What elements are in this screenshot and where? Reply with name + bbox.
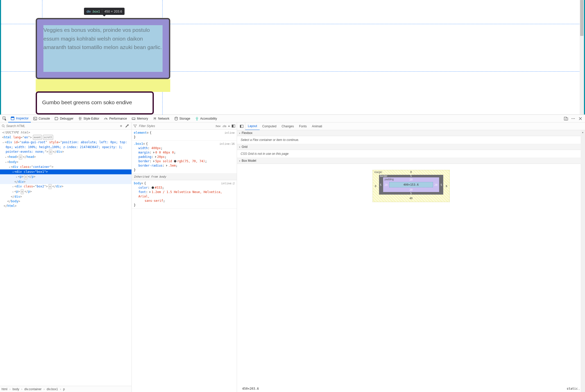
boxmodel-section-header[interactable]: Box Model — [237, 158, 585, 164]
memory-icon — [131, 117, 136, 121]
close-devtools-button[interactable] — [577, 115, 584, 122]
inspector-tooltip: div.box1 450 × 203.6 — [84, 8, 125, 15]
filter-styles-input[interactable] — [138, 124, 214, 128]
tab-accessibility[interactable]: Accessibility — [193, 115, 219, 122]
tab-style-editor[interactable]: Style Editor — [76, 115, 101, 122]
devtools-panel: Inspector Console Debugger Style Editor … — [0, 114, 585, 392]
layout-tab-animations[interactable]: Animati — [309, 122, 325, 130]
inspected-box1[interactable]: Veggies es bonus vobis, proinde vos post… — [36, 18, 170, 79]
breadcrumb[interactable]: html› body› div.container› div.box1› p — [0, 386, 131, 392]
svg-point-5 — [175, 117, 177, 118]
scroll-up-icon[interactable]: ▴ — [581, 130, 585, 135]
pick-element-button[interactable] — [1, 115, 8, 122]
tab-debugger[interactable]: Debugger — [52, 115, 76, 122]
network-icon — [153, 117, 157, 121]
tab-console[interactable]: Console — [31, 115, 52, 122]
devtools-toolbar: Inspector Console Debugger Style Editor … — [0, 115, 585, 122]
layout-tab-fonts[interactable]: Fonts — [296, 122, 309, 130]
color-swatch[interactable] — [174, 160, 176, 162]
hov-toggle[interactable]: :hov — [215, 125, 221, 128]
tab-inspector[interactable]: Inspector — [8, 115, 31, 122]
inspector-icon — [11, 116, 15, 120]
selector-target-icon[interactable]: ⊕ — [147, 131, 149, 135]
tab-network[interactable]: Network — [150, 115, 172, 122]
more-tools-button[interactable] — [570, 115, 577, 122]
performance-icon — [104, 117, 108, 121]
grid-message: CSS Grid is not in use on this page — [237, 150, 585, 158]
computed-size-row: 450×203.6 static — [242, 387, 580, 390]
layout-panel: Layout Computed Changes Fonts Animati Fl… — [237, 122, 585, 392]
layout-tab-changes[interactable]: Changes — [279, 122, 296, 130]
svg-point-9 — [572, 118, 572, 119]
console-icon — [33, 117, 37, 121]
tab-storage[interactable]: Storage — [172, 115, 193, 122]
styles-panel: :hov .cls + element ⊕ {inline } .box1 ⊕ … — [132, 122, 237, 392]
inherited-from-label: Inherited from body — [132, 174, 237, 180]
search-icon — [2, 124, 5, 128]
debugger-icon — [54, 117, 59, 121]
dom-panel: + <!DOCTYPE html> <html lang="en">events… — [0, 122, 132, 392]
svg-point-11 — [574, 118, 575, 119]
layout-scrollbar[interactable]: ▴ — [581, 130, 585, 392]
add-node-button[interactable]: + — [119, 124, 123, 128]
box2[interactable]: Gumbo beet greens corn soko endive — [36, 91, 154, 114]
styles-rules[interactable]: element ⊕ {inline } .box1 ⊕ {inline:16 w… — [132, 130, 237, 392]
cls-toggle[interactable]: .cls — [222, 125, 227, 128]
app-root: Veggies es bonus vobis, proinde vos post… — [0, 0, 585, 392]
filter-icon — [133, 124, 137, 128]
dom-tree[interactable]: <!DOCTYPE html> <html lang="en">eventscr… — [0, 130, 131, 386]
storage-icon — [174, 117, 178, 121]
margin-highlight — [36, 79, 170, 92]
light-dark-toggle[interactable] — [232, 124, 235, 128]
eyedropper-button[interactable] — [124, 124, 130, 128]
flexbox-section-header[interactable]: Flexbox — [237, 130, 585, 136]
accessibility-icon — [195, 117, 199, 121]
grid-section-header[interactable]: Grid — [237, 144, 585, 150]
tab-performance[interactable]: Performance — [101, 115, 129, 122]
box-model-diagram[interactable]: margin 0 0 40 0 border 5 5 5 5 — [237, 164, 585, 205]
box2-paragraph: Gumbo beet greens corn soko endive — [42, 98, 147, 107]
svg-rect-4 — [132, 118, 135, 119]
svg-point-6 — [196, 117, 197, 118]
new-rule-button[interactable]: + — [228, 124, 230, 128]
search-html-input[interactable] — [6, 124, 118, 128]
svg-rect-16 — [240, 125, 241, 128]
svg-point-10 — [573, 118, 574, 119]
responsive-mode-button[interactable] — [562, 115, 570, 122]
color-swatch[interactable] — [152, 186, 154, 189]
tab-memory[interactable]: Memory — [129, 115, 150, 122]
sidebar-toggle-button[interactable] — [238, 122, 245, 130]
position-select[interactable]: static — [567, 387, 580, 390]
flexbox-message: Select a Flex container or item to conti… — [237, 136, 585, 144]
layout-tab-layout[interactable]: Layout — [245, 122, 260, 130]
svg-point-12 — [2, 125, 4, 127]
dom-selected-node[interactable]: ▾<div class="box1"> — [0, 169, 131, 174]
svg-rect-14 — [232, 125, 233, 127]
box1-paragraph: Veggies es bonus vobis, proinde vos post… — [43, 25, 163, 52]
layout-tab-computed[interactable]: Computed — [260, 122, 279, 130]
viewport-scrollbar[interactable]: ▴ — [580, 0, 584, 114]
scroll-thumb[interactable] — [580, 0, 583, 36]
svg-rect-8 — [566, 118, 568, 120]
style-editor-icon — [78, 117, 82, 121]
svg-rect-2 — [11, 117, 14, 118]
page-viewport: Veggies es bonus vobis, proinde vos post… — [0, 0, 585, 114]
